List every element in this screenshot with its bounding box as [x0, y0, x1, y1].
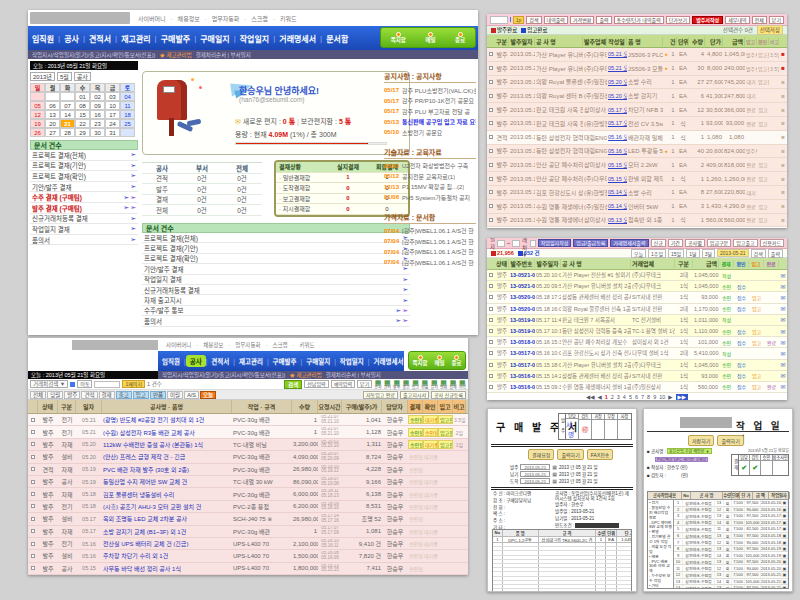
- excel-export-button[interactable]: ▦집계: [449, 379, 456, 390]
- notice-item[interactable]: 12/13P1 15MV 확장공 칩...(2): [384, 182, 476, 193]
- calendar-icon[interactable]: ▦: [552, 464, 557, 470]
- table-row[interactable]: 발주전기05.21(광명) 반도체 #2공장 전기 설치대 외 1건PVC-30…: [28, 414, 468, 426]
- quick-item-1[interactable]: 쪽지함: [391, 32, 406, 44]
- calendar-date-08[interactable]: 08: [75, 101, 90, 110]
- action-button[interactable]: 작업일지작성: [538, 239, 572, 247]
- save-selection-button[interactable]: 선택저장: [757, 25, 783, 35]
- toolbar-button[interactable]: 출력: [596, 16, 611, 24]
- notice-item[interactable]: 07/04[감주]WBEL1.06.1 A/S건 한: [384, 247, 476, 258]
- tab-출고[interactable]: 출고: [116, 391, 132, 399]
- nav-item-3[interactable]: 견적서: [207, 356, 233, 366]
- table-row[interactable]: 견적자재05.19PVC 배관 자재 발주 (30호 외 2종)PVC-30g …: [28, 464, 468, 476]
- browser-menu-item[interactable]: 키워드: [299, 341, 314, 349]
- calendar-date-24[interactable]: 24: [105, 119, 120, 128]
- toolbar-button[interactable]: 공사별: [685, 239, 705, 247]
- pager-page-4[interactable]: 4: [623, 394, 626, 400]
- row-checkbox[interactable]: [31, 442, 35, 446]
- confirm-icon[interactable]: ▣: [782, 533, 788, 538]
- notice-item[interactable]: 05/13통신판매 공구임 입고 자료 요청: [384, 117, 476, 128]
- row-checkbox[interactable]: [31, 418, 35, 422]
- status-icon[interactable]: ■: [781, 148, 785, 154]
- row-checkbox[interactable]: [489, 307, 493, 311]
- calendar-date-21[interactable]: 21: [60, 119, 75, 128]
- table-row[interactable]: 발주13-0519-0305.17 11:40판교 테크원 7 사옥공사TC 전…: [487, 315, 787, 326]
- toolbar-button[interactable]: 검색: [526, 16, 541, 24]
- toolbar-button[interactable]: 닫기: [769, 16, 784, 24]
- document-button[interactable]: FAX전송: [587, 449, 614, 460]
- nav-item-3[interactable]: 견적서: [85, 33, 115, 44]
- pager-last[interactable]: ▶▶: [676, 394, 688, 400]
- toolbar-button[interactable]: 출력: [768, 249, 783, 258]
- row-checkbox[interactable]: [489, 66, 493, 70]
- create-order-button[interactable]: 발주서작성: [692, 16, 723, 24]
- calendar-date-14[interactable]: 14: [60, 110, 75, 119]
- notice-item[interactable]: 05/12공지전문 교육자료(1): [384, 171, 476, 182]
- row-checkbox[interactable]: [31, 492, 35, 496]
- row-checkbox[interactable]: [489, 351, 493, 355]
- row-link[interactable]: 13-0521-07: [509, 272, 535, 278]
- row-link[interactable]: 전산실 UPS 배터리 교체 건 (긴급): [102, 539, 232, 548]
- calendar-date-06[interactable]: 06: [45, 101, 60, 110]
- row-link[interactable]: (수원) 삼성전자 R3동 배관 교체 공사: [102, 428, 232, 437]
- calendar-date-19[interactable]: 19: [30, 119, 45, 128]
- list-item[interactable]: 프로젝트 결재(전체)➣: [142, 233, 410, 243]
- calendar-date-18[interactable]: 18: [120, 110, 135, 119]
- confirm-icon[interactable]: ▣: [782, 559, 788, 564]
- row-checkbox[interactable]: [489, 218, 493, 222]
- confirm-icon[interactable]: ▣: [782, 500, 788, 505]
- chip-button[interactable]: 공사 신규등록: [431, 391, 466, 399]
- tab-발주[interactable]: 발주: [64, 391, 80, 399]
- row-link[interactable]: (광명) 반도체 #2공장 전기 설치대 외 1건: [102, 415, 232, 424]
- notice-item[interactable]: 05/23U2전자 화상방법전수 구축: [384, 161, 476, 172]
- range-button[interactable]: 오늘: [631, 249, 646, 258]
- chip-button[interactable]: 출고지시서: [400, 391, 429, 399]
- mail-icon[interactable]: ✉: [780, 329, 785, 335]
- confirm-icon[interactable]: ▣: [782, 572, 788, 577]
- range-button[interactable]: 1달: [686, 249, 699, 258]
- row-link[interactable]: 옥외 조명등 LED 교체 2차분 공사: [102, 514, 232, 523]
- row-checkbox[interactable]: [489, 135, 493, 139]
- site-sub-select[interactable]: PVC배관 DPC 제어반 교체분: [655, 457, 708, 462]
- row-checkbox[interactable]: [31, 455, 35, 459]
- table-row[interactable]: 발주자재05.18김포 물류센터 냉동설비 수리PVC-30g 배관6,000,…: [28, 488, 468, 500]
- excel-export-button[interactable]: ▦입고: [412, 379, 419, 390]
- toolbar-button[interactable]: 검색: [751, 249, 766, 258]
- date-input[interactable]: 2013-05-21: [520, 471, 550, 477]
- mail-icon[interactable]: ✉: [780, 362, 785, 368]
- nav-item-4[interactable]: 재고관리: [117, 33, 154, 44]
- go-arrow-icon[interactable]: ➣: [402, 297, 408, 304]
- excel-export-button[interactable]: ▦공사: [374, 379, 381, 390]
- nav-item-9[interactable]: 문서함: [322, 33, 352, 44]
- calendar-date-29[interactable]: 29: [75, 128, 90, 137]
- row-checkbox[interactable]: [489, 80, 493, 84]
- toolbar-button[interactable]: 세부내역: [725, 16, 749, 24]
- tab-A/S[interactable]: A/S: [184, 391, 199, 399]
- toolbar-button[interactable]: 기간: [668, 239, 683, 247]
- row-link[interactable]: 사무동 바닥 배선 정리 공사 1식: [102, 564, 232, 573]
- site-select[interactable]: 동일산업-수원 배전반 ▼: [667, 448, 712, 454]
- calendar-date-25[interactable]: 25: [120, 119, 135, 128]
- year-select[interactable]: 2013년: [30, 72, 55, 81]
- confirm-icon[interactable]: ▣: [782, 540, 788, 545]
- toolbar-button[interactable]: 신규: [651, 239, 666, 247]
- row-checkbox[interactable]: [489, 363, 493, 367]
- action-button[interactable]: 입금/출금등록: [573, 239, 608, 247]
- list-item[interactable]: 프로젝트 결재(전체)➣: [30, 150, 138, 161]
- notice-item[interactable]: 01/06PH5 System가동절차 공지: [384, 192, 476, 203]
- row-link[interactable]: 05.16 오후: [607, 133, 627, 141]
- range-button[interactable]: 1주일: [648, 249, 666, 258]
- excel-export-button[interactable]: ▦견적: [384, 379, 391, 390]
- table-row[interactable]: 발주13-0516-0705.15 14:27삼성동 관제센터 배선 정리 공사…: [487, 371, 787, 382]
- calendar-date-30[interactable]: 30: [90, 128, 105, 137]
- list-item[interactable]: 작업일지 결재➣: [30, 224, 138, 235]
- go-arrow-icon[interactable]: ➣: [130, 183, 136, 190]
- status-icon[interactable]: ■: [781, 217, 785, 223]
- filter-checkbox[interactable]: [510, 17, 511, 22]
- mail-icon[interactable]: ✉: [780, 384, 785, 390]
- table-row[interactable]: 발주13-0521-0705.20 10:07가산 Player 전산실 #1 …: [487, 270, 787, 281]
- table-row[interactable]: 발주설비05.16주차장 차단기 수리 외 1건UPS-L400 701,500…: [28, 550, 468, 562]
- nav-item-7[interactable]: 작업일지: [336, 356, 368, 366]
- browser-menu-item[interactable]: 스크랩: [251, 14, 268, 23]
- browser-menu-item[interactable]: 키워드: [280, 14, 297, 23]
- row-link[interactable]: 13-0517-09: [509, 350, 535, 356]
